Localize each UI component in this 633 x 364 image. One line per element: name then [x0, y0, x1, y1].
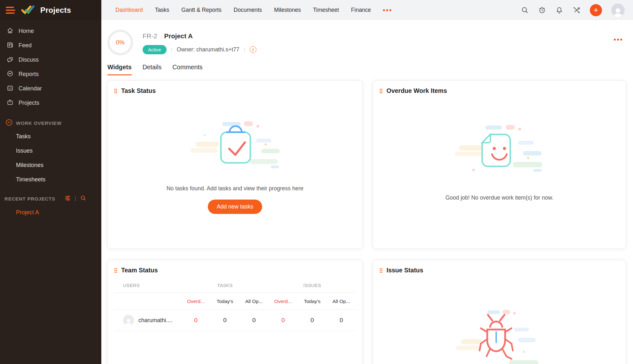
project-progress-ring: 0%	[107, 30, 133, 55]
recent-project-item[interactable]: Project A	[0, 205, 101, 220]
smiley-page-icon	[455, 125, 544, 175]
empty-state-text: No tasks found. Add tasks and view their…	[114, 185, 356, 192]
sidebar-item-label: Calendar	[19, 85, 42, 92]
column-header-users: USERS	[114, 283, 181, 288]
nav-item-documents[interactable]: Documents	[234, 7, 262, 13]
project-title: Project A	[164, 32, 193, 40]
sidebar-item-reports[interactable]: Reports	[0, 67, 101, 81]
drag-handle-icon[interactable]	[379, 268, 383, 273]
nav-item-milestones[interactable]: Milestones	[274, 7, 301, 13]
subheader-issues-overdue[interactable]: Overd...	[269, 299, 298, 304]
more-horizontal-icon[interactable]	[383, 9, 391, 11]
drag-handle-icon[interactable]	[114, 88, 117, 94]
widget-overdue-work-items: Overdue Work Items G	[373, 80, 626, 249]
work-overview-header[interactable]: WORK OVERVIEW	[0, 117, 101, 129]
plus-icon[interactable]: +	[590, 4, 602, 16]
search-icon[interactable]	[80, 195, 87, 203]
widgets-grid: Task Status No tasks found. A	[107, 80, 626, 364]
timer-icon[interactable]	[538, 6, 546, 14]
sidebar-item-label: Reports	[19, 71, 39, 78]
app-title: Projects	[40, 6, 71, 15]
project-code: FR-2	[143, 32, 157, 40]
add-new-tasks-button[interactable]: Add new tasks	[208, 200, 262, 214]
nav-item-dashboard[interactable]: Dashboard	[115, 7, 143, 13]
bug-icon	[451, 310, 547, 364]
info-icon[interactable]: i	[250, 46, 256, 53]
top-navigation: Dashboard Tasks Gantt & Reports Document…	[101, 7, 391, 13]
nav-item-finance[interactable]: Finance	[351, 7, 371, 13]
search-icon[interactable]	[521, 6, 529, 14]
widget-title: Issue Status	[387, 267, 423, 274]
briefcase-icon	[6, 99, 14, 108]
widget-title: Overdue Work Items	[387, 87, 447, 95]
tab-comments[interactable]: Comments	[172, 64, 202, 75]
sidebar-item-milestones[interactable]: Milestones	[0, 158, 101, 172]
team-status-table: USERS TASKS ISSUES Overd... Today's All …	[114, 283, 356, 331]
hamburger-menu-icon[interactable]	[6, 7, 15, 14]
divider: |	[75, 196, 76, 201]
project-header: 0% FR-2 Project A Active | Owner: charum…	[107, 30, 626, 55]
subheader-tasks-overdue[interactable]: Overd...	[181, 299, 210, 304]
sidebar-item-home[interactable]: Home	[0, 24, 101, 38]
tab-widgets[interactable]: Widgets	[107, 64, 132, 75]
widget-title: Task Status	[121, 87, 156, 95]
divider: |	[171, 47, 172, 52]
sidebar-item-timesheets[interactable]: Timesheets	[0, 172, 101, 187]
recent-projects-header: RECENT PROJECTS |	[0, 192, 101, 205]
home-icon	[6, 27, 14, 36]
sidebar-item-feed[interactable]: Feed	[0, 38, 101, 53]
tools-icon[interactable]	[573, 6, 581, 14]
sub-item-label: Tasks	[16, 133, 31, 140]
bell-icon[interactable]	[555, 6, 563, 14]
discuss-icon	[6, 56, 14, 64]
sidebar-item-discuss[interactable]: Discuss	[0, 53, 101, 67]
reports-icon	[6, 70, 14, 79]
main-content: 0% FR-2 Project A Active | Owner: charum…	[101, 20, 633, 364]
drag-handle-icon[interactable]	[379, 88, 383, 94]
status-badge[interactable]: Active	[143, 45, 167, 54]
sub-item-label: Issues	[16, 148, 33, 154]
widget-title: Team Status	[121, 267, 158, 274]
recent-projects-label: RECENT PROJECTS	[4, 196, 55, 201]
sidebar-item-label: Home	[19, 28, 34, 34]
cell-tasks-todays[interactable]: 0	[210, 317, 239, 324]
table-row: charumathi.... 0 0 0 0 0 0	[114, 310, 356, 331]
cell-issues-all-open[interactable]: 0	[327, 317, 356, 324]
sidebar-item-label: Feed	[19, 42, 32, 49]
nav-item-gantt-reports[interactable]: Gantt & Reports	[181, 7, 221, 13]
more-horizontal-icon[interactable]	[614, 39, 622, 41]
divider: |	[244, 47, 245, 52]
cell-issues-todays[interactable]: 0	[298, 317, 327, 324]
project-tabs: Widgets Details Comments	[107, 64, 626, 75]
sidebar: Projects Home Feed Discuss	[0, 0, 101, 364]
sidebar-nav: Home Feed Discuss Reports	[0, 20, 101, 110]
empty-state-text: Good job! No overdue work item(s) for no…	[379, 194, 619, 201]
subheader-tasks-todays[interactable]: Today's	[210, 299, 239, 304]
nav-item-tasks[interactable]: Tasks	[155, 7, 169, 13]
widget-task-status: Task Status No tasks found. A	[107, 80, 363, 249]
subheader-tasks-all-open[interactable]: All Op...	[239, 299, 269, 304]
calendar-icon	[6, 84, 14, 93]
chevron-up-circle-icon[interactable]	[5, 119, 13, 127]
feed-icon	[6, 41, 14, 50]
nav-item-timesheet[interactable]: Timesheet	[313, 7, 339, 13]
tab-details[interactable]: Details	[143, 64, 162, 75]
cell-issues-overdue[interactable]: 0	[269, 317, 298, 324]
sidebar-item-issues[interactable]: Issues	[0, 144, 101, 158]
app-logo-icon	[20, 4, 35, 16]
filter-sliders-icon[interactable]	[64, 195, 71, 203]
cell-tasks-all-open[interactable]: 0	[239, 317, 269, 324]
sub-item-label: Timesheets	[16, 176, 45, 183]
user-name[interactable]: charumathi....	[138, 317, 172, 324]
column-header-issues: ISSUES	[269, 283, 356, 288]
sidebar-item-calendar[interactable]: Calendar	[0, 81, 101, 96]
sidebar-item-tasks[interactable]: Tasks	[0, 129, 101, 144]
cell-tasks-overdue[interactable]: 0	[181, 317, 210, 324]
drag-handle-icon[interactable]	[114, 268, 117, 273]
widget-issue-status: Issue Status	[373, 260, 626, 364]
avatar[interactable]	[611, 4, 625, 17]
subheader-issues-todays[interactable]: Today's	[298, 299, 327, 304]
sub-item-label: Milestones	[16, 162, 43, 169]
sidebar-item-projects[interactable]: Projects	[0, 96, 101, 110]
subheader-issues-all-open[interactable]: All Op...	[327, 299, 356, 304]
